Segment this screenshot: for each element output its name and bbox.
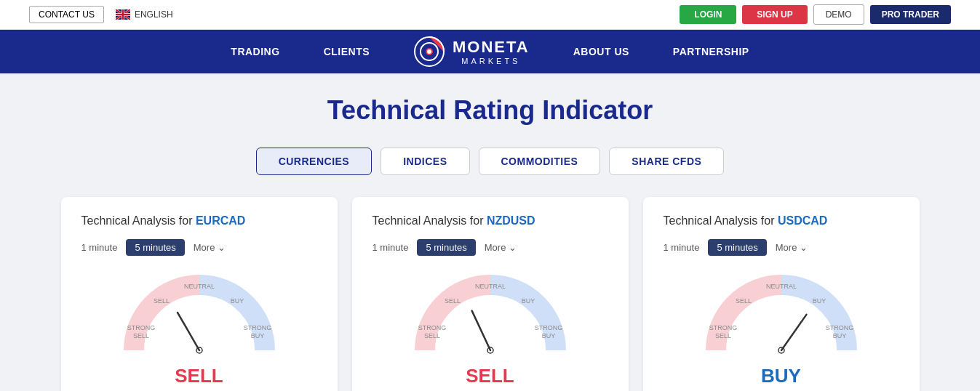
demo-button[interactable]: DEMO (813, 4, 864, 25)
analysis-card-eurcad: Technical Analysis for EURCAD 1 minute 5… (61, 197, 338, 391)
time-1m[interactable]: 1 minute (664, 242, 700, 253)
svg-text:SELL: SELL (132, 332, 148, 339)
pair-label: USDCAD (778, 214, 827, 227)
tab-share-cfds[interactable]: SHARE CFDS (609, 148, 724, 175)
card-title: Technical Analysis for NZDUSD (373, 214, 608, 227)
svg-text:STRONG: STRONG (243, 324, 271, 331)
nav-links: TRADING CLIENTS (231, 46, 370, 57)
svg-text:SELL: SELL (735, 297, 751, 305)
nav-trading[interactable]: TRADING (231, 46, 279, 57)
time-1m[interactable]: 1 minute (81, 242, 118, 253)
gauge: STRONG SELL SELL NEUTRAL BUY STRONG BUY (664, 270, 899, 358)
cards-row: Technical Analysis for EURCAD 1 minute 5… (0, 190, 980, 391)
time-selector: 1 minute 5 minutes More ⌄ (81, 239, 317, 256)
svg-text:STRONG: STRONG (534, 324, 562, 331)
gauge-result: SELL (373, 365, 608, 387)
gauge-result: BUY (664, 365, 899, 387)
card-title: Technical Analysis for EURCAD (81, 214, 317, 227)
svg-text:BUY: BUY (230, 297, 244, 305)
svg-line-30 (781, 315, 806, 350)
svg-line-21 (471, 311, 490, 350)
pair-label: NZDUSD (487, 214, 535, 227)
more-dropdown[interactable]: More ⌄ (776, 242, 808, 253)
flag-icon (116, 9, 130, 20)
lang-label: ENGLISH (135, 9, 173, 20)
language-selector[interactable]: ENGLISH (116, 9, 173, 20)
nav-clients[interactable]: CLIENTS (324, 46, 370, 57)
nav-partnership[interactable]: PARTNERSHIP (673, 46, 749, 57)
time-1m[interactable]: 1 minute (373, 242, 409, 253)
svg-text:BUY: BUY (250, 332, 264, 339)
tabs-row: CURRENCIES INDICES COMMODITIES SHARE CFD… (0, 140, 980, 190)
svg-text:NEUTRAL: NEUTRAL (765, 283, 796, 290)
svg-text:STRONG: STRONG (825, 324, 853, 331)
top-bar-left: CONTACT US ENGLISH (29, 6, 173, 23)
svg-text:SELL: SELL (153, 297, 169, 305)
svg-text:SELL: SELL (444, 297, 460, 305)
svg-text:NEUTRAL: NEUTRAL (474, 283, 505, 290)
nav-about[interactable]: ABOUT US (573, 46, 629, 57)
signup-button[interactable]: SIGN UP (742, 5, 807, 24)
svg-line-12 (178, 313, 199, 350)
top-bar-right: LOGIN SIGN UP DEMO PRO TRADER (680, 4, 951, 25)
analysis-card-nzdusd: Technical Analysis for NZDUSD 1 minute 5… (352, 197, 629, 391)
gauge: STRONG SELL SELL NEUTRAL BUY STRONG BUY (81, 270, 317, 358)
analysis-card-usdcad: Technical Analysis for USDCAD 1 minute 5… (643, 197, 920, 391)
svg-point-4 (427, 49, 431, 54)
brand-name: MONETA (453, 38, 530, 57)
time-selector: 1 minute 5 minutes More ⌄ (664, 239, 899, 256)
gauge-svg: STRONG SELL SELL NEUTRAL BUY STRONG BUY (701, 270, 861, 358)
gauge-result: SELL (81, 365, 317, 387)
tab-indices[interactable]: INDICES (381, 148, 469, 175)
more-dropdown[interactable]: More ⌄ (485, 242, 517, 253)
login-button[interactable]: LOGIN (680, 5, 736, 24)
card-title: Technical Analysis for USDCAD (664, 214, 899, 227)
svg-text:NEUTRAL: NEUTRAL (183, 283, 214, 290)
page-title-section: Technical Rating Indicator (0, 73, 980, 140)
brand-sub: MARKETS (453, 57, 530, 65)
time-5m-button[interactable]: 5 minutes (417, 239, 475, 256)
gauge-svg: STRONG SELL SELL NEUTRAL BUY STRONG BUY (410, 270, 570, 358)
logo-text: MONETA MARKETS (453, 38, 530, 65)
top-bar: CONTACT US ENGLISH LOGIN SIGN UP DEMO PR… (0, 0, 980, 30)
tab-currencies[interactable]: CURRENCIES (256, 148, 373, 175)
svg-text:BUY: BUY (541, 332, 555, 339)
contact-button[interactable]: CONTACT US (29, 6, 104, 23)
page-title: Technical Rating Indicator (15, 95, 965, 126)
svg-text:BUY: BUY (812, 297, 826, 305)
time-5m-button[interactable]: 5 minutes (126, 239, 184, 256)
svg-text:STRONG: STRONG (418, 324, 446, 331)
navbar: TRADING CLIENTS MONETA MARKETS ABOUT US … (0, 30, 980, 73)
time-selector: 1 minute 5 minutes More ⌄ (373, 239, 608, 256)
more-dropdown[interactable]: More ⌄ (194, 242, 226, 253)
gauge-svg: STRONG SELL SELL NEUTRAL BUY STRONG BUY (119, 270, 279, 358)
pair-label: EURCAD (196, 214, 245, 227)
logo: MONETA MARKETS (413, 36, 530, 68)
svg-text:STRONG: STRONG (709, 324, 737, 331)
pro-trader-button[interactable]: PRO TRADER (870, 5, 951, 24)
time-5m-button[interactable]: 5 minutes (708, 239, 766, 256)
svg-text:SELL: SELL (714, 332, 730, 339)
svg-text:SELL: SELL (423, 332, 439, 339)
gauge: STRONG SELL SELL NEUTRAL BUY STRONG BUY (373, 270, 608, 358)
tab-commodities[interactable]: COMMODITIES (479, 148, 601, 175)
svg-text:BUY: BUY (832, 332, 846, 339)
nav-links-right: ABOUT US PARTNERSHIP (573, 46, 749, 57)
svg-text:STRONG: STRONG (127, 324, 155, 331)
logo-icon (413, 36, 445, 68)
svg-text:BUY: BUY (521, 297, 535, 305)
